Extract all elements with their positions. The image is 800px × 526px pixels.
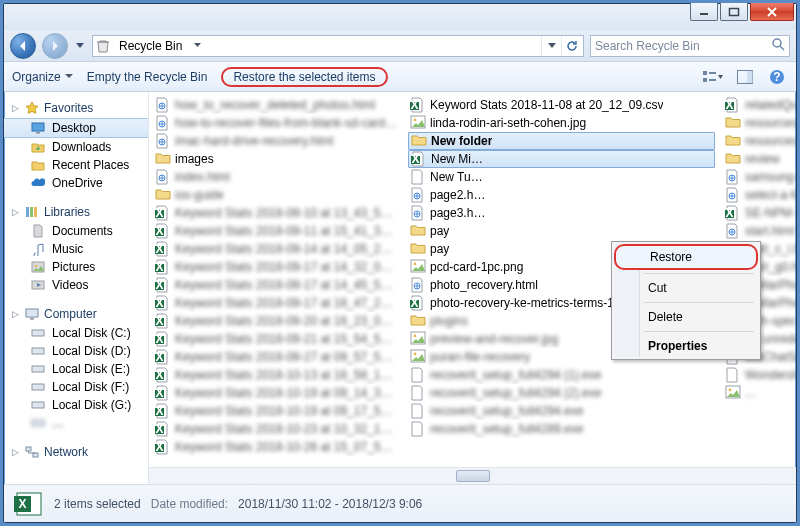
file-item[interactable]: XKeyword Stats 2018-09-27 at 09_57_51.cs… xyxy=(153,348,400,366)
file-item[interactable]: images xyxy=(153,150,400,168)
file-item[interactable]: XKeyword Stats 2018-09-14 at 14_05_21.cs… xyxy=(153,240,400,258)
file-item[interactable]: XKeyword Stats 2018-09-17 at 14_45_51.cs… xyxy=(153,276,400,294)
file-item[interactable]: XKeyword Stats 2018-10-13 at 16_58_14.cs… xyxy=(153,366,400,384)
close-button[interactable] xyxy=(750,3,794,21)
file-item[interactable]: recoverit_setup_full4294.exe xyxy=(408,402,715,420)
context-delete[interactable]: Delete xyxy=(614,306,758,328)
empty-recycle-bin[interactable]: Empty the Recycle Bin xyxy=(87,70,208,84)
nav-network[interactable]: ▷Network xyxy=(4,442,148,462)
file-item[interactable]: XNew Mi… xyxy=(408,150,715,168)
file-item[interactable]: ios-guide xyxy=(153,186,400,204)
nav-drive-f[interactable]: Local Disk (F:) xyxy=(4,378,148,396)
nav-drive-g[interactable]: Local Disk (G:) xyxy=(4,396,148,414)
file-icon: X xyxy=(155,205,171,221)
file-item[interactable]: Wondershare Fi xyxy=(723,366,796,384)
maximize-button[interactable] xyxy=(720,3,748,21)
file-label: select-a-format xyxy=(745,188,796,202)
file-item[interactable]: recoverit_setup_full4289.exe xyxy=(408,420,715,438)
file-item[interactable]: linda-rodin-ari-seth-cohen.jpg xyxy=(408,114,715,132)
nav-forward-button[interactable] xyxy=(42,33,68,59)
nav-libraries[interactable]: ▷Libraries xyxy=(4,202,148,222)
nav-drive-c[interactable]: Local Disk (C:) xyxy=(4,324,148,342)
file-item[interactable]: New Tu… xyxy=(408,168,715,186)
nav-favorites[interactable]: ▷Favorites xyxy=(4,98,148,118)
file-item[interactable]: New folder xyxy=(408,132,715,150)
file-item[interactable]: imac-hard-drive-recovery.html xyxy=(153,132,400,150)
file-icon xyxy=(410,277,426,293)
search-input[interactable]: Search Recycle Bin xyxy=(590,35,790,57)
file-item[interactable]: index.html xyxy=(153,168,400,186)
nav-pictures[interactable]: Pictures xyxy=(4,258,148,276)
nav-back-button[interactable] xyxy=(10,33,36,59)
file-item[interactable]: XKeyword Stats 2018-11-08 at 20_12_09.cs… xyxy=(408,96,715,114)
file-item[interactable]: XSE-NPM-Tasks_V xyxy=(723,204,796,222)
file-item[interactable]: how_to_recover_deleted_photos.html xyxy=(153,96,400,114)
preview-pane-icon[interactable] xyxy=(734,68,756,86)
file-item[interactable]: XKeyword Stats 2018-09-20 at 16_23_04.cs… xyxy=(153,312,400,330)
file-item[interactable]: XKeyword Stats 2018-09-17 at 16_47_23.cs… xyxy=(153,294,400,312)
file-item[interactable]: XKeyword Stats 2018-10-19 at 09_17_50.cs… xyxy=(153,402,400,420)
svg-text:X: X xyxy=(155,278,163,292)
file-icon xyxy=(155,115,171,131)
file-item[interactable]: XKeyword Stats 2018-09-17 at 14_32_06.cs… xyxy=(153,258,400,276)
file-item[interactable]: start.html xyxy=(723,222,796,240)
file-item[interactable]: select-a-format xyxy=(723,186,796,204)
help-icon[interactable]: ? xyxy=(766,68,788,86)
restore-selected-items[interactable]: Restore the selected items xyxy=(221,67,387,87)
address-bar[interactable]: Recycle Bin xyxy=(92,35,584,57)
file-icon xyxy=(410,313,426,329)
file-item[interactable]: XKeyword Stats 2018-09-11 at 15_41_37.cs… xyxy=(153,222,400,240)
nav-onedrive[interactable]: OneDrive xyxy=(4,174,148,192)
breadcrumb[interactable]: Recycle Bin xyxy=(115,37,186,55)
organize-menu[interactable]: Organize xyxy=(12,70,73,84)
file-item[interactable]: XKeyword Stats 2018-10-23 at 10_32_19.cs… xyxy=(153,420,400,438)
context-properties[interactable]: Properties xyxy=(614,335,758,357)
videos-icon xyxy=(30,278,46,292)
svg-text:X: X xyxy=(18,497,26,511)
file-item[interactable]: how-to-recover-files-from-blank-sd-card.… xyxy=(153,114,400,132)
horizontal-scrollbar[interactable] xyxy=(149,467,796,484)
nav-drive-d[interactable]: Local Disk (D:) xyxy=(4,342,148,360)
file-item[interactable]: recoverit_setup_full4294 (1).exe xyxy=(408,366,715,384)
file-label: Keyword Stats 2018-10-26 at 15_07_58.csv xyxy=(175,440,398,454)
file-label: Keyword Stats 2018-10-19 at 09_14_37.csv xyxy=(175,386,398,400)
file-item[interactable]: resources xyxy=(723,132,796,150)
nav-extra-item[interactable]: … xyxy=(4,414,148,432)
file-item[interactable]: page3.h… xyxy=(408,204,715,222)
file-item[interactable]: page2.h… xyxy=(408,186,715,204)
nav-history-dropdown[interactable] xyxy=(74,37,86,55)
address-dropdown-icon[interactable] xyxy=(541,36,561,56)
file-label: pay xyxy=(430,242,449,256)
file-item[interactable]: XKeyword Stats 2018-10-19 at 09_14_37.cs… xyxy=(153,384,400,402)
nav-music[interactable]: Music xyxy=(4,240,148,258)
breadcrumb-dropdown-icon[interactable] xyxy=(190,43,204,48)
file-icon xyxy=(410,241,426,257)
file-item[interactable]: samsung-sd-ca xyxy=(723,168,796,186)
file-item[interactable]: … xyxy=(723,384,796,402)
file-item[interactable]: review xyxy=(723,150,796,168)
file-item[interactable]: resources0918.zip xyxy=(723,114,796,132)
file-item[interactable]: recoverit_setup_full4294 (2).exe xyxy=(408,384,715,402)
file-item[interactable]: XKeyword Stats 2018-09-10 at 13_43_50.cs… xyxy=(153,204,400,222)
file-item[interactable]: XrelatedQueries.csv xyxy=(723,96,796,114)
refresh-icon[interactable] xyxy=(561,36,581,56)
svg-text:X: X xyxy=(155,440,163,454)
nav-computer[interactable]: ▷Computer xyxy=(4,304,148,324)
file-label: imac-hard-drive-recovery.html xyxy=(175,134,333,148)
nav-recent-places[interactable]: Recent Places xyxy=(4,156,148,174)
nav-drive-e[interactable]: Local Disk (E:) xyxy=(4,360,148,378)
context-restore[interactable]: Restore xyxy=(614,244,758,270)
file-list[interactable]: how_to_recover_deleted_photos.htmlhow-to… xyxy=(149,92,796,484)
file-icon: X xyxy=(155,421,171,437)
nav-documents[interactable]: Documents xyxy=(4,222,148,240)
view-options-icon[interactable] xyxy=(702,68,724,86)
nav-videos[interactable]: Videos xyxy=(4,276,148,294)
file-item[interactable]: pay xyxy=(408,222,715,240)
nav-downloads[interactable]: Downloads xyxy=(4,138,148,156)
minimize-button[interactable] xyxy=(690,3,718,21)
file-item[interactable]: XKeyword Stats 2018-09-21 at 15_54_50.cs… xyxy=(153,330,400,348)
nav-desktop[interactable]: Desktop xyxy=(4,118,148,138)
file-item[interactable]: XKeyword Stats 2018-10-26 at 15_07_58.cs… xyxy=(153,438,400,456)
file-icon xyxy=(410,421,426,437)
context-cut[interactable]: Cut xyxy=(614,277,758,299)
